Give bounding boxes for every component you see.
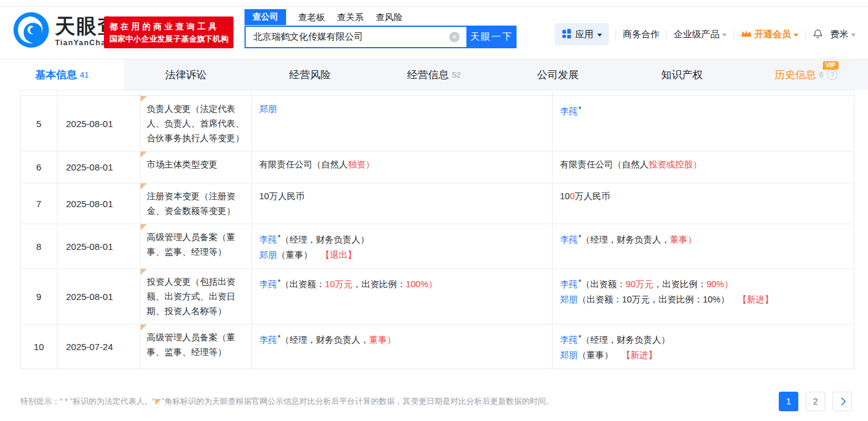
open-vip-menu[interactable]: 开通会员	[741, 29, 798, 40]
help-icon[interactable]: ?	[827, 70, 837, 80]
tab-经营风险[interactable]: 经营风险	[248, 59, 372, 90]
before-content: 10万人民币	[252, 183, 553, 224]
search-input[interactable]	[245, 26, 466, 48]
business-cooperation-link[interactable]: 商务合作	[623, 29, 660, 40]
divider	[666, 30, 667, 39]
after-content: 李莼*（出资额：90万元，出资比例：90%）郑朋（出资额：10万元，出资比例：1…	[553, 269, 855, 324]
search-tab-查风险[interactable]: 查风险	[376, 9, 403, 25]
crown-icon	[741, 29, 752, 40]
person-link[interactable]: 李莼	[259, 235, 277, 244]
enterprise-products-label: 企业级产品	[674, 29, 719, 40]
person-link[interactable]: 李莼	[560, 106, 578, 116]
chevron-right-icon	[837, 397, 845, 406]
change-item-text: 高级管理人员备案（董事、监事、经理等）	[147, 232, 235, 257]
row-number: 10	[21, 324, 57, 368]
content-line: 李莼*（经理，财务负责人）	[560, 330, 847, 348]
chevron-down-icon	[851, 34, 856, 37]
person-link[interactable]: 郑朋	[560, 350, 578, 360]
person-link[interactable]: 郑朋	[560, 295, 578, 304]
legal-rep-star: *	[578, 104, 581, 114]
text: （经理，财务负责人）	[281, 235, 369, 244]
page-2[interactable]: 2	[806, 392, 825, 411]
text: （经理，财务负责人，	[281, 335, 369, 345]
highlight-text: 董事）	[369, 335, 396, 345]
row-number: 9	[21, 269, 57, 324]
content-line: 李莼*	[560, 101, 847, 119]
search-tab-查关系[interactable]: 查关系	[337, 9, 364, 25]
content-line: 李莼*（经理，财务负责人）	[259, 230, 545, 247]
corner-flag-icon	[141, 324, 147, 331]
vip-badge: VIP	[823, 61, 839, 70]
table-row-5: 52025-08-01负责人变更（法定代表人、负责人、首席代表、合伙事务执行人等…	[21, 96, 854, 152]
chevron-down-icon	[597, 34, 602, 37]
change-item: 负责人变更（法定代表人、负责人、首席代表、合伙事务执行人等变更）	[141, 96, 252, 151]
search-tab-查老板[interactable]: 查老板	[298, 9, 325, 25]
tab-知识产权[interactable]: 知识产权	[620, 59, 744, 90]
person-link[interactable]: 李莼	[259, 279, 277, 289]
change-item-text: 市场主体类型变更	[147, 159, 218, 169]
text: （董事）	[578, 350, 613, 360]
before-content: 李莼*（经理，财务负责人）郑朋（董事）【退出】	[252, 224, 553, 268]
notifications-button[interactable]	[812, 27, 823, 42]
search-tab-查公司[interactable]: 查公司	[245, 9, 286, 25]
text: ，出资比例：	[353, 279, 406, 289]
before-content: 李莼*（经理，财务负责人，董事）	[252, 324, 553, 368]
tab-法律诉讼[interactable]: 法律诉讼	[124, 59, 248, 90]
apps-grid-icon	[562, 29, 572, 40]
highlight-text: 【新进】	[622, 350, 657, 360]
person-link[interactable]: 李莼	[560, 335, 578, 345]
content-line: 有限责任公司（自然人独资）	[259, 157, 545, 172]
tab-label: 知识产权	[661, 68, 703, 82]
tab-经营信息[interactable]: 经营信息52	[372, 59, 496, 90]
user-menu[interactable]: 费米	[830, 29, 856, 40]
page-1[interactable]: 1	[779, 392, 798, 411]
tab-count: 41	[80, 70, 89, 79]
change-item-text: 注册资本变更（注册资金、资金数额等变更）	[147, 191, 235, 216]
tab-count: 52	[452, 70, 460, 79]
header-nav: 应用 商务合作 企业级产品 开通会员 费米	[555, 23, 856, 46]
change-date: 2025-07-24	[57, 324, 141, 368]
text: 有限责任公司（自然人	[560, 159, 649, 169]
after-content: 有限责任公司（自然人投资或控股）	[553, 152, 855, 183]
text: 10	[560, 191, 570, 201]
corner-mark-glyph: ◤	[155, 397, 161, 406]
search-button[interactable]: 天眼一下	[466, 26, 517, 48]
tab-基本信息[interactable]: 基本信息41	[0, 59, 124, 90]
person-link[interactable]: 李莼	[560, 279, 578, 289]
content-line: 李莼*（出资额：90万元，出资比例：90%）	[560, 274, 847, 292]
content-line: 郑朋（董事）【新进】	[560, 348, 847, 363]
tab-label: 历史信息	[774, 68, 816, 82]
next-page-button[interactable]	[833, 392, 852, 411]
table-row-10: 102025-07-24高级管理人员备案（董事、监事、经理等）李莼*（经理，财务…	[21, 324, 854, 369]
search-area: 查公司查老板查关系查风险 ✕ 天眼一下	[245, 9, 517, 48]
text: ，出资比例：	[653, 279, 707, 289]
highlight-text: 董事）	[670, 235, 697, 244]
tab-label: 经营风险	[289, 68, 331, 82]
bell-icon	[812, 27, 823, 42]
slogan-banner: 都在用的商业查询工具 国家中小企业发展子基金旗下机构	[104, 16, 234, 48]
top-divider	[0, 6, 868, 7]
person-link[interactable]: 李莼	[560, 235, 578, 244]
highlight-text: 投资或控股）	[649, 159, 702, 169]
before-content: 李莼*（出资额：10万元，出资比例：100%）	[252, 269, 553, 324]
person-link[interactable]: 郑朋	[259, 104, 277, 114]
highlight-text: 独资）	[348, 159, 375, 169]
chevron-down-icon	[722, 34, 727, 37]
content-line: 100万人民币	[560, 189, 847, 204]
after-content: 李莼*	[553, 96, 855, 151]
clear-search-icon[interactable]: ✕	[449, 32, 460, 42]
apps-label: 应用	[575, 29, 594, 40]
slogan-line1: 都在用的商业查询工具	[109, 21, 228, 33]
text: （董事）	[277, 250, 312, 260]
highlight-text: 10万元	[325, 279, 353, 289]
tab-公司发展[interactable]: 公司发展	[496, 59, 620, 90]
row-number: 5	[21, 96, 57, 151]
person-link[interactable]: 李莼	[259, 335, 277, 345]
change-item: 投资人变更（包括出资额、出资方式、出资日期、投资人名称等）	[141, 269, 252, 324]
enterprise-products-menu[interactable]: 企业级产品	[674, 29, 727, 40]
tab-历史信息[interactable]: 历史信息6?VIP	[744, 59, 868, 90]
apps-menu[interactable]: 应用	[555, 23, 609, 45]
table-row-8: 82025-08-01高级管理人员备案（董事、监事、经理等）李莼*（经理，财务负…	[21, 224, 854, 269]
person-link[interactable]: 郑朋	[259, 250, 277, 260]
row-number: 8	[21, 224, 57, 268]
